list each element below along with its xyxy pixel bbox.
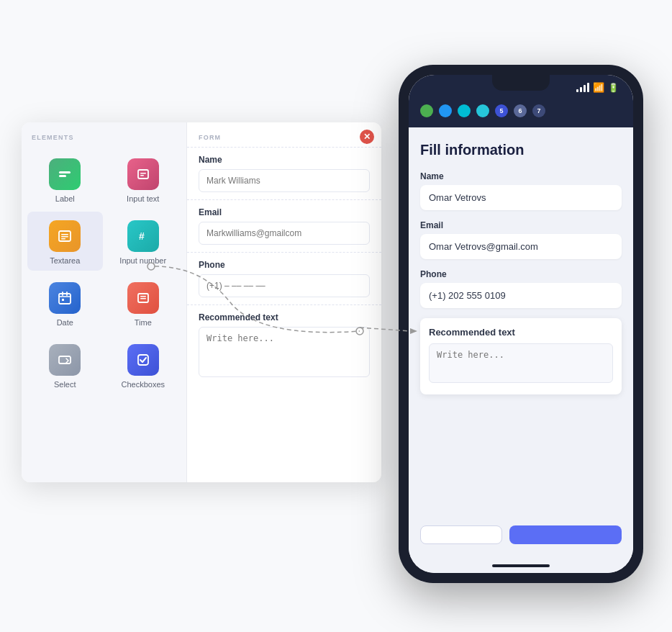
form-field-name-label: Name [199, 155, 370, 165]
progress-dot-1 [420, 104, 433, 117]
textarea-element-name: Textarea [50, 256, 80, 265]
date-element-name: Date [57, 318, 73, 327]
progress-dot-2 [439, 104, 452, 117]
form-field-name-group: Name [187, 147, 381, 199]
form-recommended-textarea[interactable] [199, 327, 370, 377]
battery-icon: 🔋 [608, 83, 619, 93]
phone-phone-label: Phone [420, 269, 622, 279]
progress-dots: 5 6 7 [420, 104, 622, 117]
svg-rect-4 [140, 175, 144, 176]
time-icon [127, 282, 159, 314]
phone-next-button[interactable] [509, 525, 622, 544]
svg-text:#: # [139, 230, 145, 242]
checkboxes-icon [127, 344, 159, 376]
elements-column: ELEMENTS Label Input text [22, 122, 187, 482]
element-input-text[interactable]: Input text [106, 150, 181, 209]
select-element-name: Select [54, 380, 76, 389]
svg-rect-1 [59, 175, 66, 177]
progress-dot-4 [476, 104, 489, 117]
scene: ELEMENTS Label Input text [0, 0, 672, 632]
editor-panel: ELEMENTS Label Input text [22, 122, 381, 482]
svg-rect-18 [59, 356, 71, 364]
phone-mockup: 📶 🔋 5 6 7 [391, 65, 650, 612]
form-name-input[interactable] [199, 169, 370, 192]
form-field-email-label: Email [199, 207, 370, 217]
form-field-phone-group: Phone [187, 252, 381, 304]
form-field-recommended-group: Recommended text [187, 304, 381, 387]
form-column: FORM ✕ Name Email Phone Recommended text [187, 122, 381, 482]
form-field-phone-label: Phone [199, 260, 370, 270]
time-element-name: Time [135, 318, 152, 327]
wifi-icon: 📶 [593, 82, 604, 93]
svg-rect-3 [140, 173, 146, 174]
phone-nav-bar: 5 6 7 [409, 97, 633, 127]
svg-rect-8 [61, 238, 65, 240]
form-section-label: FORM [187, 122, 381, 147]
form-field-email-group: Email [187, 199, 381, 252]
phone-back-button[interactable] [420, 525, 502, 544]
svg-rect-7 [61, 236, 68, 238]
phone-notch [492, 75, 550, 91]
phone-email-label: Email [420, 220, 622, 230]
svg-rect-0 [59, 171, 71, 173]
phone-email-value[interactable]: Omar Vetrovs@gmail.com [420, 234, 622, 259]
element-input-number[interactable]: # Input number [106, 212, 181, 271]
signal-bars-icon [576, 83, 589, 92]
element-time[interactable]: Time [106, 274, 181, 333]
close-button[interactable]: ✕ [360, 130, 374, 144]
form-phone-input[interactable] [199, 274, 370, 297]
svg-rect-17 [140, 298, 146, 299]
elements-grid: Label Input text Textarea [27, 150, 181, 394]
home-bar [492, 564, 550, 567]
phone-name-value[interactable]: Omar Vetrovs [420, 185, 622, 210]
phone-phone-value[interactable]: (+1) 202 555 0109 [420, 283, 622, 308]
date-icon [49, 282, 81, 314]
svg-rect-16 [140, 296, 146, 297]
textarea-icon [49, 220, 81, 252]
select-icon [49, 344, 81, 376]
phone-textarea-input[interactable] [429, 343, 613, 383]
phone-name-label: Name [420, 171, 622, 181]
form-email-input[interactable] [199, 222, 370, 245]
input-text-icon [127, 158, 159, 190]
svg-rect-6 [61, 234, 68, 235]
form-field-recommended-label: Recommended text [199, 312, 370, 322]
progress-dot-5: 5 [495, 104, 508, 117]
input-number-icon: # [127, 220, 159, 252]
phone-screen: 📶 🔋 5 6 7 [409, 75, 633, 573]
status-icons: 📶 🔋 [576, 82, 619, 93]
progress-dot-6: 6 [514, 104, 527, 117]
input-text-element-name: Input text [127, 194, 159, 203]
svg-rect-2 [138, 170, 148, 179]
element-textarea[interactable]: Textarea [27, 212, 103, 271]
phone-textarea-label: Recommended text [429, 327, 613, 338]
progress-dot-3 [458, 104, 471, 117]
element-checkboxes[interactable]: Checkboxes [106, 335, 181, 394]
elements-section-label: ELEMENTS [27, 134, 181, 141]
phone-outer-shell: 📶 🔋 5 6 7 [399, 65, 643, 583]
label-icon [49, 158, 81, 190]
phone-content: Fill information Name Omar Vetrovs Email… [409, 127, 633, 518]
checkboxes-element-name: Checkboxes [121, 380, 165, 389]
progress-dot-7: 7 [532, 104, 545, 117]
element-label[interactable]: Label [27, 150, 103, 209]
element-date[interactable]: Date [27, 274, 103, 333]
label-element-name: Label [55, 194, 75, 203]
phone-page-title: Fill information [420, 142, 622, 158]
svg-rect-10 [59, 294, 71, 304]
element-select[interactable]: Select [27, 335, 103, 394]
input-number-element-name: Input number [119, 256, 166, 265]
phone-home-indicator [409, 559, 633, 573]
phone-bottom-bar [409, 518, 633, 559]
phone-textarea-box: Recommended text [420, 318, 622, 394]
svg-rect-14 [62, 299, 64, 301]
